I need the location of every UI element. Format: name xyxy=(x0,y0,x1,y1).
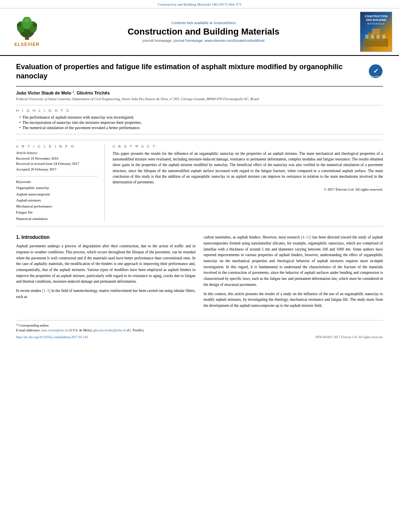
article-title: Evaluation of properties and fatigue lif… xyxy=(16,62,364,81)
authors-section: João Victor Staub de Melo *, Glicério Tr… xyxy=(16,90,383,95)
highlight-text-1: The performance of asphalt mixtures with… xyxy=(23,115,134,119)
article-info-abstract-section: A R T I C L E I N F O Article history: R… xyxy=(16,140,383,226)
corresponding-author-note: * Corresponding author. xyxy=(16,323,383,328)
keyword-2: Asphalt nanocomposite xyxy=(16,191,98,197)
keywords-title: Keywords: xyxy=(16,180,98,184)
svg-point-6 xyxy=(33,23,37,27)
article-history: Article history: Received 19 November 20… xyxy=(16,151,98,173)
main-content: Evaluation of properties and fatigue lif… xyxy=(0,56,399,347)
highlights-label: H I G H L I G H T S xyxy=(16,109,383,113)
article-info-column: A R T I C L E I N F O Article history: R… xyxy=(16,144,105,222)
highlight-text-3: The numerical simulation of the pavement… xyxy=(23,125,141,130)
ref-link-4-12[interactable]: [4–12] xyxy=(301,235,311,239)
doi-link[interactable]: http://dx.doi.org/10.1016/j.conbuildmat.… xyxy=(16,335,88,339)
cover-graphic-icon xyxy=(362,27,390,49)
svg-rect-12 xyxy=(371,35,374,39)
journal-title: Construction and Building Materials xyxy=(128,27,280,37)
intro-heading: 1. Introduction xyxy=(16,234,195,240)
keyword-6: Numerical simulation xyxy=(16,216,98,222)
keyword-5: Fatigue life xyxy=(16,210,98,216)
elsevier-tree-icon xyxy=(9,17,45,41)
intro-para-3: carbon nanotubes, as asphalt binders. Ho… xyxy=(204,234,383,288)
svg-rect-14 xyxy=(382,35,385,39)
cover-subtitle: MATERIALS xyxy=(367,23,385,25)
page-wrapper: Construction and Building Materials 140 … xyxy=(0,0,399,532)
author-star: * xyxy=(72,91,74,95)
abstract-label: A B S T R A C T xyxy=(113,144,383,148)
author-1: João Victor Staub de Melo xyxy=(16,90,71,95)
article-info-label: A R T I C L E I N F O xyxy=(16,144,98,148)
crossmark-icon[interactable]: ✓ CrossMark xyxy=(368,64,383,78)
svg-text:CrossMark: CrossMark xyxy=(371,75,381,78)
elsevier-label: ELSEVIER xyxy=(14,42,39,47)
highlight-text-2: The incorporation of nanoclay into the m… xyxy=(23,120,142,125)
info-divider xyxy=(16,176,98,177)
email-link-2[interactable]: glicerio.triches@ufsc.br xyxy=(93,328,126,332)
email-note: E-mail addresses: joao.victor@ufsc.br (J… xyxy=(16,328,383,333)
highlights-section: H I G H L I G H T S • The performance of… xyxy=(16,105,383,134)
bullet-1: • xyxy=(19,115,21,119)
email-link-1[interactable]: joao.victor@ufsc.br xyxy=(41,328,68,332)
intro-para-1: Asphalt pavements undergo a process of d… xyxy=(16,243,195,285)
doi-section: http://dx.doi.org/10.1016/j.conbuildmat.… xyxy=(16,335,88,339)
svg-rect-13 xyxy=(376,35,380,39)
svg-rect-11 xyxy=(365,35,368,39)
author-2: Glicério Trichês xyxy=(76,90,110,95)
intro-para-2: In recent studies [1–3] in the field of … xyxy=(16,288,195,300)
keyword-4: Mechanical performance xyxy=(16,203,98,210)
footer-bottom: http://dx.doi.org/10.1016/j.conbuildmat.… xyxy=(16,335,383,339)
header-center: Contents lists available at ScienceDirec… xyxy=(53,12,354,52)
svg-point-7 xyxy=(25,18,29,23)
copyright-line: © 2017 Elsevier Ltd. All rights reserved… xyxy=(113,187,383,191)
intro-left-column: 1. Introduction Asphalt pavements underg… xyxy=(16,234,195,312)
accepted-date: Accepted 26 February 2017 xyxy=(16,167,98,173)
affiliation: Federal University of Santa Catarina, De… xyxy=(16,97,383,101)
citation-bar: Construction and Building Materials 140 … xyxy=(0,0,399,8)
issn-text: 0950-0618/© 2017 Elsevier Ltd. All right… xyxy=(316,335,383,339)
revised-date: Received in revised form 24 February 201… xyxy=(16,161,98,167)
highlight-item-3: • The numerical simulation of the paveme… xyxy=(19,125,383,130)
article-title-section: Evaluation of properties and fatigue lif… xyxy=(16,62,383,86)
bullet-2: • xyxy=(19,120,21,125)
intro-right-column: carbon nanotubes, as asphalt binders. Ho… xyxy=(204,234,383,312)
citation-text: Construction and Building Materials 140 … xyxy=(158,2,241,6)
svg-text:✓: ✓ xyxy=(373,68,378,74)
highlight-item-2: • The incorporation of nanoclay into the… xyxy=(19,120,383,125)
page-footer: * Corresponding author. E-mail addresses… xyxy=(16,320,383,339)
introduction-section: 1. Introduction Asphalt pavements underg… xyxy=(16,234,383,312)
header-logo-right: Constructionand Building MATERIALS xyxy=(358,12,394,52)
ref-link-1-3[interactable]: [1–3] xyxy=(42,289,51,293)
highlight-item-1: • The performance of asphalt mixtures wi… xyxy=(19,115,383,119)
authors-line: João Victor Staub de Melo *, Glicério Tr… xyxy=(16,90,383,95)
abstract-text: This paper presents the results for the … xyxy=(113,151,383,185)
header-logo-left: ELSEVIER xyxy=(5,12,49,52)
history-title: Article history: xyxy=(16,151,98,155)
homepage-url[interactable]: journal homepage: www.elsevier.com/locat… xyxy=(173,39,264,43)
svg-rect-10 xyxy=(372,29,380,34)
intro-para-4: In this context, this article presents t… xyxy=(204,291,383,309)
sciencedirect-link: Contents lists available at ScienceDirec… xyxy=(171,21,236,25)
svg-point-5 xyxy=(17,23,21,27)
journal-homepage: journal homepage: journal homepage: www.… xyxy=(142,39,264,43)
keyword-3: Asphalt mixtures xyxy=(16,197,98,203)
cover-title: Constructionand Building xyxy=(365,14,387,22)
sciencedirect-text[interactable]: ScienceDirect xyxy=(214,21,236,25)
received-date: Received 19 November 2016 xyxy=(16,156,98,162)
issn-section: 0950-0618/© 2017 Elsevier Ltd. All right… xyxy=(316,335,383,339)
bullet-3: • xyxy=(19,125,21,130)
journal-cover-image: Constructionand Building MATERIALS xyxy=(360,12,392,52)
abstract-column: A B S T R A C T This paper presents the … xyxy=(113,144,383,222)
journal-header: ELSEVIER Contents lists available at Sci… xyxy=(0,8,399,56)
keyword-1: Organophilic nanoclay xyxy=(16,185,98,191)
